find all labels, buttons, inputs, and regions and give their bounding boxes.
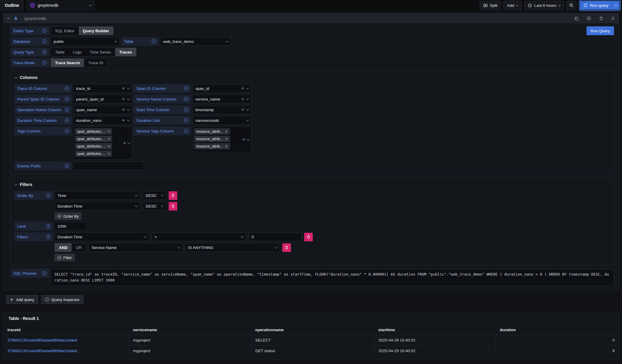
- query-datasource-hint: (greptimedb): [24, 16, 46, 21]
- header-operationname[interactable]: operationname: [251, 326, 374, 335]
- info-icon[interactable]: [184, 97, 188, 101]
- info-icon[interactable]: [46, 193, 50, 198]
- trace-id-link[interactable]: 3768831301ea0d65adaef8b9da1cbded: [7, 338, 77, 342]
- add-query-button[interactable]: Add query: [6, 295, 38, 304]
- tags-column-multiselect[interactable]: span_attributes.... span_attributes.... …: [73, 127, 132, 160]
- query-type-table[interactable]: Table: [51, 48, 69, 56]
- run-query-options-button[interactable]: [612, 1, 620, 10]
- starttime-cell: 2025-04-29 10:40:02: [374, 335, 496, 346]
- start-time-column-select[interactable]: timestamp: [192, 105, 252, 114]
- info-icon[interactable]: [184, 86, 188, 90]
- filter-operator-select-2[interactable]: IS ANYTHING: [185, 243, 280, 252]
- duration-time-column-select[interactable]: duration_nano: [73, 116, 132, 125]
- table-select[interactable]: web_trace_demo: [160, 37, 231, 46]
- info-icon[interactable]: [42, 271, 46, 275]
- service-tags-column-multiselect[interactable]: resource_attrib... resource_attrib... re…: [192, 127, 252, 152]
- or-option[interactable]: OR: [72, 243, 86, 252]
- run-query-button[interactable]: Run query: [580, 1, 612, 10]
- database-label: Database: [10, 37, 49, 46]
- info-icon[interactable]: [65, 108, 69, 112]
- header-starttime[interactable]: starttime: [374, 326, 496, 335]
- info-icon[interactable]: [42, 29, 46, 33]
- chevron-down-icon: [115, 40, 117, 43]
- remove-filter-button-1[interactable]: [304, 233, 313, 241]
- info-icon[interactable]: [65, 129, 69, 133]
- remove-tag-icon[interactable]: [107, 137, 110, 141]
- database-select[interactable]: public: [51, 37, 120, 46]
- trace-search-option[interactable]: Trace Search: [51, 59, 84, 67]
- remove-order-by-button-1[interactable]: [169, 191, 177, 200]
- zoom-out-time-button[interactable]: [566, 1, 576, 10]
- eye-icon[interactable]: [586, 16, 591, 21]
- remove-tag-icon[interactable]: [107, 152, 110, 156]
- info-icon[interactable]: [184, 129, 188, 133]
- remove-tag-icon[interactable]: [107, 145, 110, 148]
- remove-filter-button-2[interactable]: [282, 243, 291, 252]
- collapse-chevron-icon[interactable]: [7, 17, 10, 20]
- query-type-traces[interactable]: Traces: [115, 48, 136, 56]
- query-type-logs[interactable]: Logs: [69, 48, 86, 56]
- filter-field-select-2[interactable]: Service Name: [89, 243, 183, 252]
- info-icon[interactable]: [42, 39, 46, 43]
- remove-tag-icon[interactable]: [225, 137, 228, 141]
- remove-order-by-button-2[interactable]: [169, 202, 177, 211]
- remove-tag-icon[interactable]: [225, 145, 228, 148]
- span-id-column-select[interactable]: span_id: [192, 84, 252, 93]
- info-icon[interactable]: [65, 118, 69, 122]
- filter-value-input[interactable]: [249, 232, 302, 241]
- header-duration[interactable]: duration: [496, 326, 619, 335]
- filter-field-select[interactable]: Duration Time: [54, 232, 149, 241]
- and-option[interactable]: AND: [55, 243, 72, 252]
- clear-all-icon[interactable]: [242, 138, 245, 141]
- info-icon[interactable]: [46, 224, 50, 228]
- add-order-by-button[interactable]: Order By: [54, 212, 82, 220]
- query-type-time-series[interactable]: Time Series: [86, 48, 115, 56]
- time-range-picker[interactable]: Last 6 hours: [524, 1, 564, 10]
- info-icon[interactable]: [184, 108, 188, 112]
- events-prefix-input[interactable]: [73, 161, 144, 170]
- trace-id-column-select[interactable]: trace_id: [73, 84, 132, 93]
- split-button[interactable]: Split: [480, 1, 501, 10]
- service-name-column-select[interactable]: service_name: [192, 95, 252, 103]
- filter-operator-select[interactable]: >: [152, 232, 246, 241]
- info-icon[interactable]: [65, 164, 69, 168]
- header-traceid[interactable]: traceid: [3, 326, 129, 335]
- editor-type-label: Editor Type: [10, 26, 49, 35]
- filters-section-header[interactable]: Filters: [15, 182, 610, 187]
- remove-tag-icon[interactable]: [225, 130, 228, 133]
- info-icon[interactable]: [65, 86, 69, 90]
- query-builder-option[interactable]: Query Builder: [79, 27, 113, 35]
- datasource-picker[interactable]: greptimedb: [27, 1, 95, 10]
- clear-all-icon[interactable]: [123, 141, 126, 145]
- info-icon[interactable]: [42, 61, 46, 65]
- columns-section-header[interactable]: Columns: [15, 75, 610, 80]
- info-icon[interactable]: [65, 97, 69, 101]
- header-servicename[interactable]: servicename: [129, 326, 251, 335]
- duration-unit-select[interactable]: nanoseconds: [192, 116, 252, 125]
- order-by-direction-select-2[interactable]: DESC: [143, 202, 166, 211]
- table-label: Table: [121, 37, 159, 46]
- trace-id-option[interactable]: Trace ID: [84, 59, 107, 67]
- trace-id-link[interactable]: 3768831301ea0d65adaef8b9da1cbded: [7, 349, 77, 353]
- order-by-direction-select-1[interactable]: DESC: [143, 191, 166, 200]
- add-button[interactable]: Add: [503, 1, 522, 10]
- duplicate-query-icon[interactable]: [574, 16, 579, 21]
- parent-span-id-column-select[interactable]: parent_span_id: [73, 95, 132, 103]
- add-filter-button[interactable]: Filter: [54, 254, 75, 261]
- order-by-field-select-1[interactable]: Time: [54, 191, 140, 200]
- query-inspector-button[interactable]: Query inspector: [41, 295, 83, 304]
- remove-tag-icon[interactable]: [107, 130, 110, 133]
- order-by-field-select-2[interactable]: Duration Time: [54, 202, 140, 211]
- run-query-panel-button[interactable]: Run Query: [586, 26, 614, 35]
- info-icon[interactable]: [46, 235, 50, 239]
- sql-editor-option[interactable]: SQL Editor: [51, 27, 79, 35]
- operation-name-column-select[interactable]: span_name: [73, 105, 132, 114]
- chevron-down-icon: [14, 183, 17, 186]
- limit-input[interactable]: [54, 222, 87, 231]
- info-icon[interactable]: [152, 39, 156, 43]
- info-icon[interactable]: [184, 118, 188, 122]
- drag-handle-icon[interactable]: [611, 16, 615, 21]
- info-icon[interactable]: [42, 50, 46, 54]
- servicename-cell: myproject: [129, 346, 251, 356]
- delete-query-icon[interactable]: [599, 16, 603, 21]
